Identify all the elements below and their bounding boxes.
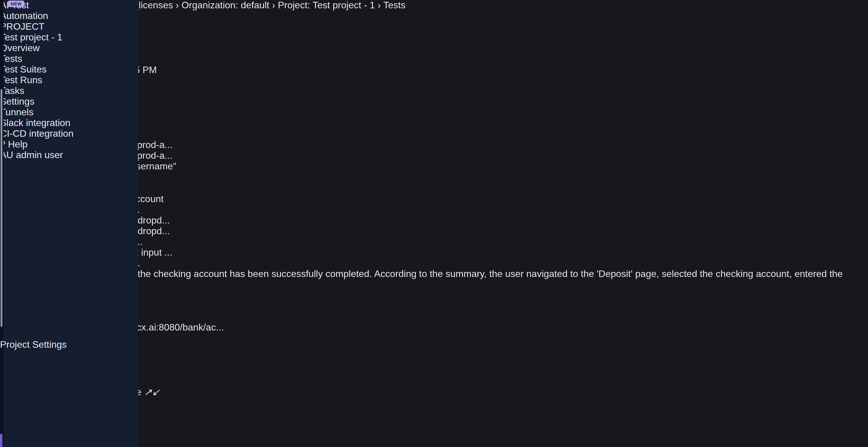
- sidebar-item-project-settings[interactable]: Project Settings: [0, 339, 121, 350]
- sidebar-item-test-suites[interactable]: Test Suites: [0, 64, 138, 75]
- breadcrumb-separator: ›: [272, 0, 275, 10]
- sidebar-item-overview[interactable]: Overview: [0, 43, 138, 54]
- sidebar-item-settings[interactable]: Settings: [0, 96, 138, 107]
- project-name: Test project - 1: [0, 32, 62, 42]
- sidebar: NEW AI Test Automation PROJECT Test proj…: [0, 0, 138, 447]
- new-badge: NEW: [8, 1, 25, 7]
- sidebar-item-help[interactable]: ? Help: [0, 139, 138, 150]
- breadcrumb-tests[interactable]: Tests: [383, 0, 405, 10]
- breadcrumb-separator: ›: [176, 0, 179, 10]
- breadcrumb-separator: ›: [378, 0, 381, 10]
- app-root: NEW AI Test Automation PROJECT Test proj…: [0, 0, 868, 447]
- breadcrumb-organization[interactable]: Organization: default: [182, 0, 269, 10]
- user-menu[interactable]: AU admin user: [0, 150, 138, 161]
- sidebar-item-tunnels[interactable]: Tunnels: [0, 107, 138, 118]
- sidebar-item-tests[interactable]: Tests: [0, 54, 138, 64]
- sidebar-nav: Overview Tests Test Suites Test Runs Tas…: [0, 43, 138, 139]
- app-logo-icon: [9, 10, 27, 30]
- breadcrumb-project[interactable]: Project: Test project - 1: [278, 0, 375, 10]
- user-name: admin user: [16, 150, 63, 160]
- sidebar-scrollbar-accent: [0, 434, 2, 447]
- fullscreen-icon[interactable]: ↗↙: [144, 387, 160, 397]
- sidebar-item-cicd-integration[interactable]: CI-CD integration: [0, 128, 138, 139]
- sidebar-item-slack-integration[interactable]: Slack integration: [0, 118, 138, 128]
- sidebar-item-test-runs[interactable]: Test Runs: [0, 75, 138, 85]
- sidebar-item-tasks[interactable]: Tasks: [0, 85, 138, 96]
- sidebar-scrollbar[interactable]: [1, 89, 2, 327]
